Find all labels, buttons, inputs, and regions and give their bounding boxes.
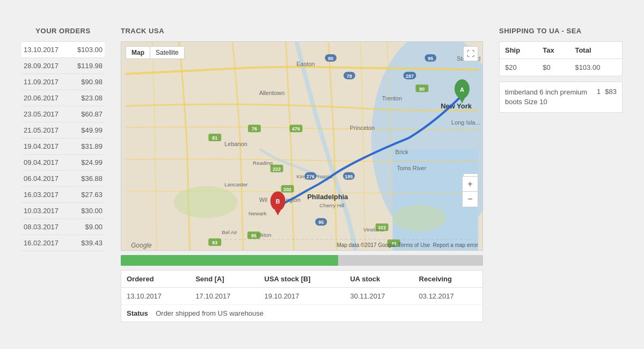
- order-date: 11.09.2017: [24, 78, 58, 86]
- item-price: $83: [605, 88, 617, 107]
- order-row[interactable]: 11.09.2017$90.98: [21, 74, 105, 90]
- map-container: Stamford New York Easton Allentown Leban…: [121, 41, 483, 251]
- map-footer: Map data ©2017 Google Terms of Use Repor…: [337, 242, 478, 248]
- shipping-values-row: $20$0$103.00: [500, 59, 623, 76]
- order-amount: $24.99: [81, 158, 103, 166]
- map-button[interactable]: Map: [126, 47, 150, 59]
- svg-text:80: 80: [328, 56, 333, 61]
- svg-text:76: 76: [252, 126, 257, 132]
- svg-text:Lebanon: Lebanon: [224, 141, 247, 147]
- order-amount: $36.88: [81, 174, 103, 183]
- svg-text:Wil: Wil: [259, 197, 267, 203]
- order-row[interactable]: 13.10.2017$103.00: [21, 41, 105, 58]
- order-amount: $60.87: [81, 110, 103, 118]
- order-date: 20.06.2017: [24, 94, 58, 102]
- svg-text:476: 476: [292, 126, 300, 132]
- shipping-items: timberland 6 inch premium boots Size 10 …: [499, 82, 623, 113]
- satellite-button[interactable]: Satellite: [150, 47, 184, 59]
- order-amount: $103.00: [77, 46, 103, 54]
- order-date: 08.03.2017: [24, 223, 58, 231]
- shipping-costs-table: ShipTaxTotal $20$0$103.00: [499, 41, 623, 76]
- svg-text:81: 81: [212, 135, 217, 141]
- order-row[interactable]: 16.03.2017$27.63: [21, 187, 105, 203]
- zoom-out-button[interactable]: −: [463, 192, 478, 207]
- status-row: Status Order shipped from US warehouse: [121, 305, 483, 322]
- tracking-column-header: USA stock [B]: [259, 271, 345, 288]
- order-amount: $23.08: [81, 94, 103, 102]
- order-row[interactable]: 23.05.2017$60.87: [21, 106, 105, 122]
- order-date: 19.04.2017: [24, 142, 58, 150]
- order-amount: $30.00: [81, 207, 103, 215]
- svg-text:287: 287: [406, 74, 414, 79]
- svg-text:New York: New York: [441, 102, 472, 110]
- order-row[interactable]: 06.04.2017$36.88: [21, 171, 105, 187]
- svg-text:322: 322: [378, 225, 386, 230]
- order-date: 23.05.2017: [24, 110, 58, 118]
- order-row[interactable]: 20.06.2017$23.08: [21, 90, 105, 106]
- shipping-value-cell: $0: [537, 59, 569, 76]
- fullscreen-button[interactable]: ⛶: [463, 46, 478, 61]
- order-row[interactable]: 10.03.2017$30.00: [21, 203, 105, 219]
- shipping-value-cell: $20: [500, 59, 538, 76]
- svg-text:80: 80: [419, 86, 425, 92]
- shipping-title: SHIPPING TO UA - SEA: [499, 27, 623, 35]
- order-row[interactable]: 16.02.2017$39.43: [21, 235, 105, 251]
- map-svg: Stamford New York Easton Allentown Leban…: [121, 42, 482, 250]
- zoom-controls: + −: [462, 176, 478, 207]
- svg-text:Lancaster: Lancaster: [224, 181, 248, 187]
- order-amount: $9.00: [85, 223, 103, 231]
- svg-text:Brick: Brick: [396, 149, 409, 155]
- order-amount: $49.99: [81, 126, 103, 134]
- svg-text:95: 95: [318, 220, 324, 225]
- tracking-cell: 17.10.2017: [190, 288, 259, 305]
- tracking-cell: 30.11.2017: [345, 288, 413, 305]
- svg-text:195: 195: [345, 174, 353, 179]
- tracking-data-row: 13.10.201717.10.201719.10.201730.11.2017…: [121, 288, 483, 305]
- svg-point-4: [393, 205, 446, 231]
- svg-point-3: [174, 186, 238, 219]
- tracking-cell: 03.12.2017: [414, 288, 483, 305]
- tracking-column-header: Ordered: [121, 271, 191, 288]
- svg-text:Bel Air: Bel Air: [222, 229, 237, 235]
- terms-of-use-link[interactable]: Terms of Use: [398, 242, 430, 248]
- order-row[interactable]: 08.03.2017$9.00: [21, 219, 105, 235]
- map-type-controls: Map Satellite: [126, 46, 185, 59]
- shipping-item-row: timberland 6 inch premium boots Size 10 …: [505, 88, 617, 107]
- zoom-in-button[interactable]: +: [463, 177, 478, 192]
- orders-title: YOUR ORDERS: [21, 27, 105, 35]
- svg-text:A: A: [460, 86, 464, 93]
- svg-text:Trenton: Trenton: [382, 95, 402, 101]
- order-date: 28.09.2017: [24, 62, 58, 70]
- tracking-table: OrderedSend [A]USA stock [B]UA stockRece…: [121, 270, 483, 305]
- svg-text:Toms River: Toms River: [397, 165, 427, 171]
- order-row[interactable]: 09.04.2017$24.99: [21, 155, 105, 171]
- order-date: 21.05.2017: [24, 126, 58, 134]
- order-row[interactable]: 19.04.2017$31.89: [21, 139, 105, 155]
- order-date: 16.02.2017: [24, 239, 58, 247]
- order-date: 06.04.2017: [24, 174, 58, 183]
- item-qty: 1: [597, 88, 601, 107]
- orders-list: 13.10.2017$103.0028.09.2017$119.9811.09.…: [21, 41, 105, 251]
- track-title: TRACK USA: [121, 27, 483, 35]
- svg-text:Newark: Newark: [248, 210, 267, 216]
- shipping-column-header: Ship: [500, 42, 538, 59]
- orders-panel: YOUR ORDERS 13.10.2017$103.0028.09.2017$…: [11, 27, 110, 322]
- progress-bar-fill: [121, 255, 338, 266]
- status-label: Status: [127, 309, 148, 317]
- order-date: 10.03.2017: [24, 207, 58, 215]
- tracking-cell: 19.10.2017: [259, 288, 345, 305]
- tracking-column-header: UA stock: [345, 271, 413, 288]
- tracking-cell: 13.10.2017: [121, 288, 191, 305]
- svg-text:Philadelphia: Philadelphia: [307, 193, 348, 201]
- order-row[interactable]: 21.05.2017$49.99: [21, 122, 105, 139]
- report-error-link[interactable]: Report a map error: [433, 242, 478, 248]
- order-amount: $90.98: [81, 78, 103, 86]
- svg-text:95: 95: [251, 233, 257, 238]
- item-description: timberland 6 inch premium boots Size 10: [505, 88, 592, 107]
- track-panel: TRACK USA: [110, 27, 494, 322]
- tracking-column-header: Send [A]: [190, 271, 259, 288]
- svg-text:Princeton: Princeton: [350, 125, 375, 131]
- order-amount: $27.63: [81, 191, 103, 199]
- svg-text:78: 78: [347, 74, 352, 79]
- order-row[interactable]: 28.09.2017$119.98: [21, 58, 105, 74]
